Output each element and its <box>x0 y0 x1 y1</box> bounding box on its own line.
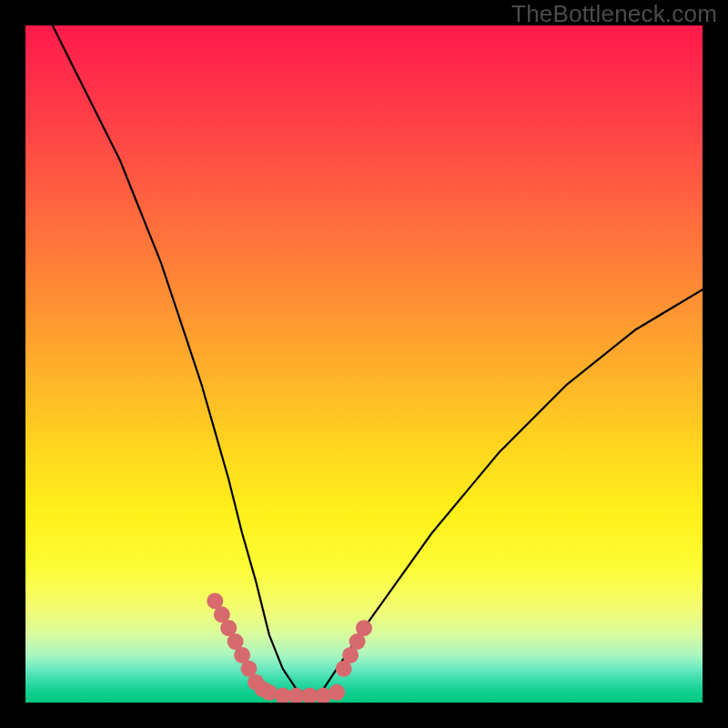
bottleneck-curve <box>53 25 703 696</box>
highlight-dot <box>356 620 372 636</box>
highlight-dot <box>329 684 345 701</box>
curve-layer <box>25 25 703 703</box>
watermark-text: TheBottleneck.com <box>511 0 717 28</box>
plot-area <box>25 25 703 703</box>
highlight-dots <box>207 592 372 703</box>
chart-frame: TheBottleneck.com <box>0 0 728 728</box>
